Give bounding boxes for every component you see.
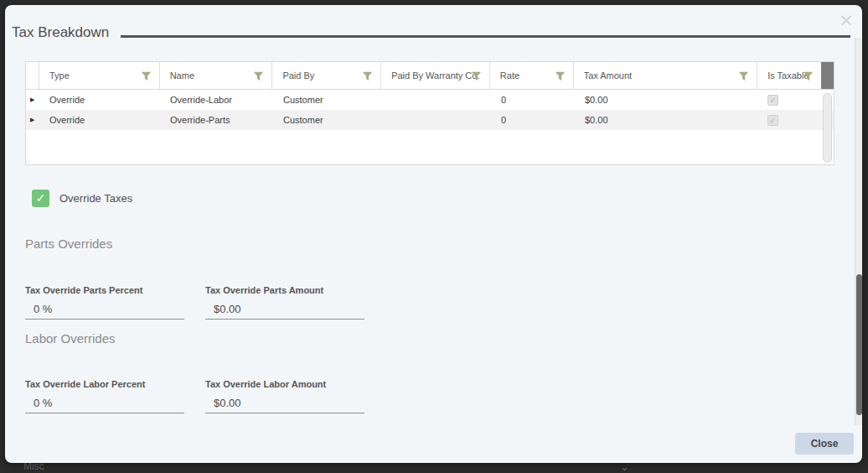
tax-override-parts-amount-input[interactable]: $0.00 <box>205 301 364 320</box>
cell-paid-by: Customer <box>273 115 382 125</box>
tax-override-parts-amount-field: Tax Override Parts Amount $0.00 <box>205 285 364 320</box>
override-taxes-label: Override Taxes <box>59 192 132 205</box>
header-scrollbar-filler <box>821 62 834 89</box>
cell-paid-by: Customer <box>273 95 382 105</box>
close-icon[interactable]: ✕ <box>835 10 857 32</box>
column-header-label: Type <box>49 70 70 81</box>
filter-icon[interactable] <box>471 70 482 83</box>
column-header-name[interactable]: Name <box>160 62 273 89</box>
filter-icon[interactable] <box>555 70 566 83</box>
labor-overrides-heading: Labor Overrides <box>25 331 116 346</box>
filter-icon[interactable] <box>362 70 373 83</box>
filter-icon[interactable] <box>141 70 152 83</box>
expander-column-header <box>26 62 39 89</box>
cell-type: Override <box>39 115 160 125</box>
column-header-label: Paid By <box>282 70 314 81</box>
column-header-label: Paid By Warranty Co. <box>391 70 479 81</box>
tax-override-labor-amount-field: Tax Override Labor Amount $0.00 <box>205 379 364 413</box>
column-header-rate[interactable]: Rate <box>490 62 574 89</box>
dialog-scrollbar-thumb[interactable] <box>856 274 862 415</box>
tax-override-parts-percent-input[interactable]: 0 % <box>25 301 184 320</box>
column-header-type[interactable]: Type <box>39 62 160 89</box>
tax-breakdown-table: Type Name Paid By Paid By Warranty Co. R… <box>25 61 834 165</box>
cell-name: Override-Parts <box>160 115 273 125</box>
column-header-tax-amount[interactable]: Tax Amount <box>574 62 758 89</box>
override-taxes-checkbox[interactable]: ✓ <box>32 190 49 207</box>
field-label: Tax Override Parts Percent <box>25 285 184 295</box>
override-taxes-row: ✓ Override Taxes <box>32 190 132 207</box>
row-expand-icon[interactable]: ▶ <box>26 96 39 103</box>
column-header-is-taxable[interactable]: Is Taxable <box>757 62 821 89</box>
tax-override-parts-percent-field: Tax Override Parts Percent 0 % <box>25 285 184 320</box>
table-row[interactable]: ▶ Override Override-Parts Customer 0 $0.… <box>26 110 834 130</box>
filter-icon[interactable] <box>803 70 814 83</box>
title-divider <box>121 35 850 38</box>
parts-overrides-heading: Parts Overrides <box>25 236 112 251</box>
filter-icon[interactable] <box>738 70 749 83</box>
cell-is-taxable: ✓ <box>759 95 823 106</box>
table-row[interactable]: ▶ Override Override-Labor Customer 0 $0.… <box>26 90 834 110</box>
cell-tax-amount: $0.00 <box>575 115 759 125</box>
page-title: Tax Breakdown <box>12 24 109 41</box>
table-header-row: Type Name Paid By Paid By Warranty Co. R… <box>26 62 834 90</box>
tax-override-labor-percent-input[interactable]: 0 % <box>25 395 184 413</box>
filter-icon[interactable] <box>253 70 264 83</box>
row-expand-icon[interactable]: ▶ <box>26 117 39 123</box>
tax-override-labor-percent-field: Tax Override Labor Percent 0 % <box>25 379 184 413</box>
tax-breakdown-dialog: Tax Breakdown ✕ Type Name Paid By Paid B… <box>5 5 862 463</box>
dialog-header: Tax Breakdown <box>12 20 855 45</box>
cell-is-taxable: ✓ <box>759 115 823 126</box>
column-header-paid-by[interactable]: Paid By <box>272 62 381 89</box>
cell-rate: 0 <box>491 115 575 125</box>
field-label: Tax Override Labor Amount <box>205 379 364 389</box>
column-header-label: Tax Amount <box>584 70 632 81</box>
field-label: Tax Override Parts Amount <box>205 285 364 295</box>
cell-name: Override-Labor <box>160 95 273 105</box>
is-taxable-checkbox: ✓ <box>767 115 778 126</box>
close-button[interactable]: Close <box>795 433 854 455</box>
field-label: Tax Override Labor Percent <box>25 379 184 389</box>
cell-type: Override <box>39 95 160 105</box>
tax-override-labor-amount-input[interactable]: $0.00 <box>205 395 364 413</box>
cell-rate: 0 <box>491 95 575 105</box>
is-taxable-checkbox: ✓ <box>767 95 778 106</box>
column-header-label: Rate <box>500 70 519 81</box>
dialog-scrollbar-track[interactable] <box>855 38 862 425</box>
table-scrollbar[interactable] <box>823 93 832 163</box>
column-header-label: Name <box>170 70 194 81</box>
column-header-paid-by-warranty[interactable]: Paid By Warranty Co. <box>381 62 490 89</box>
cell-tax-amount: $0.00 <box>575 95 759 105</box>
